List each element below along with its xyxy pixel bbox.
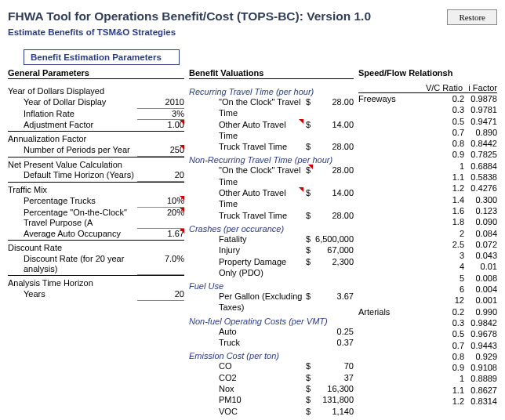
table-row [358, 407, 497, 418]
table-row: 1.40.300 [358, 194, 497, 205]
vc-ratio: 1.1 [442, 385, 464, 396]
vc-ratio: 4 [442, 261, 464, 272]
param-value[interactable]: 20 [137, 170, 184, 182]
category [358, 205, 442, 216]
val-label: CO [189, 360, 303, 371]
table-row: 0.90.9108 [358, 362, 497, 373]
dollar-sign: $ [303, 234, 313, 244]
col1-header: General Parameters [8, 68, 184, 79]
vc-ratio: 0.9 [442, 362, 464, 373]
value[interactable]: 67,000 [313, 244, 354, 255]
col3-header: Speed/Flow Relationsh [358, 68, 497, 78]
param-value[interactable]: 1.00 [137, 120, 184, 131]
param-value[interactable]: 2010 [137, 97, 184, 109]
category [358, 284, 442, 295]
dollar-sign: $ [303, 119, 313, 142]
val-label: Fatality [189, 234, 303, 244]
table-row: 1.10.8627 [358, 385, 497, 396]
restore-button[interactable]: Restore [447, 9, 497, 25]
category [358, 385, 442, 396]
value[interactable]: 16,300 [313, 383, 354, 394]
section-header: Recurring Travel Time (per hour) [189, 87, 354, 96]
param-value[interactable]: 20 [137, 289, 184, 301]
val-label: Injury [189, 244, 303, 255]
category [358, 172, 442, 183]
param-value[interactable]: 20% [137, 208, 184, 230]
category: Freeways [358, 93, 442, 104]
dollar-sign: $ [303, 256, 313, 279]
param-label: Average Auto Occupancy [8, 229, 137, 240]
vc-ratio: 0.7 [442, 340, 464, 351]
i-factor: 0.5838 [464, 172, 497, 183]
value[interactable]: 28.00 [313, 141, 354, 152]
category [358, 362, 442, 373]
value[interactable]: 28.00 [313, 96, 354, 119]
i-factor: 0.9842 [464, 317, 497, 328]
param-value[interactable]: 7.0% [137, 254, 184, 276]
vc-ratio: 1 [442, 161, 464, 172]
dollar-sign [303, 326, 313, 337]
param-label: Discount Rate (for 20 year analysis) [8, 254, 137, 276]
page-subtitle: Estimate Benefits of TSM&O Strategies [8, 27, 497, 37]
value[interactable]: 28.00 [313, 165, 354, 187]
group-header: Analysis Time Horizon [8, 278, 184, 289]
vc-ratio: 0.8 [442, 138, 464, 149]
category [358, 328, 442, 339]
group-header: Net Present Value Calculation [8, 160, 184, 171]
category [358, 295, 442, 306]
value[interactable]: 28.00 [313, 210, 354, 221]
category [358, 216, 442, 227]
value[interactable]: 14.00 [313, 187, 354, 210]
val-label: Nox [189, 383, 303, 394]
value[interactable]: 70 [313, 360, 354, 371]
vc-ratio: 1.2 [442, 183, 464, 194]
vc-ratio: 0.8 [442, 351, 464, 362]
value[interactable]: 131,800 [313, 394, 354, 405]
value[interactable]: 2,300 [313, 256, 354, 279]
value[interactable]: 14.00 [313, 119, 354, 142]
dollar-sign: $ [303, 406, 313, 417]
value[interactable]: 3.67 [313, 291, 354, 313]
dollar-sign: $ [303, 187, 313, 210]
value[interactable]: 37 [313, 372, 354, 383]
i-factor: 0.8314 [464, 396, 497, 407]
vc-ratio: 0.5 [442, 328, 464, 339]
i-factor: 0.9878 [464, 93, 497, 104]
vc-ratio: 1.8 [442, 216, 464, 227]
i-factor: 0.6884 [464, 161, 497, 172]
vc-ratio: 2 [442, 228, 464, 239]
table-row: 0.50.9471 [358, 116, 497, 127]
table-row: 20.084 [358, 228, 497, 239]
vc-ratio: 0.2 [442, 306, 464, 317]
category [358, 273, 442, 284]
category [358, 373, 442, 384]
table-row: 60.004 [358, 284, 497, 295]
category [358, 127, 442, 138]
value[interactable]: 0.37 [313, 337, 354, 348]
category [358, 351, 442, 362]
c3-sub-header: V/C Ratioi Factor [358, 83, 497, 93]
table-row: 50.008 [358, 273, 497, 284]
category [358, 261, 442, 272]
value[interactable]: 0.25 [313, 326, 354, 337]
i-factor: 0.072 [464, 239, 497, 250]
table-row: 0.80.8442 [358, 138, 497, 149]
i-factor [464, 407, 497, 418]
table-row: 10.6884 [358, 161, 497, 172]
i-factor: 0.7825 [464, 149, 497, 160]
i-factor: 0.9443 [464, 340, 497, 351]
param-value[interactable]: 250 [137, 145, 184, 157]
value[interactable]: 1,140 [313, 406, 354, 417]
vc-ratio: 0.9 [442, 149, 464, 160]
param-value[interactable]: 3% [137, 109, 184, 121]
parameters-header: Benefit Estimation Parameters [24, 49, 180, 65]
table-row: 1.10.5838 [358, 172, 497, 183]
i-factor: 0.8889 [464, 373, 497, 384]
val-label: CO2 [189, 372, 303, 383]
dollar-sign: $ [303, 394, 313, 405]
vc-ratio: 0.2 [442, 93, 464, 104]
i-factor: 0.043 [464, 250, 497, 261]
param-value[interactable]: 1.67 [137, 229, 184, 240]
param-value[interactable]: 10% [137, 196, 184, 208]
value[interactable]: 6,500,000 [313, 234, 354, 244]
